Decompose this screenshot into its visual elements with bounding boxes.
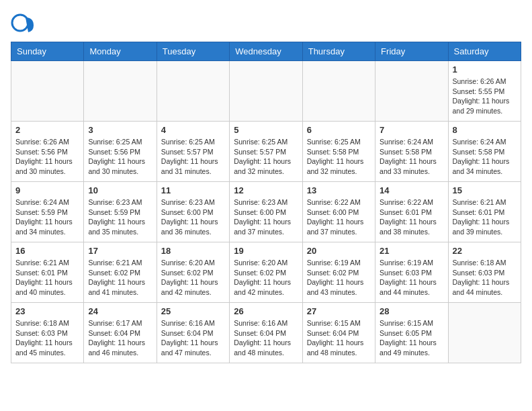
- calendar-cell: 18Sunrise: 6:20 AM Sunset: 6:02 PM Dayli…: [157, 242, 229, 303]
- day-info: Sunrise: 6:25 AM Sunset: 5:58 PM Dayligh…: [307, 137, 371, 177]
- day-info: Sunrise: 6:26 AM Sunset: 5:56 PM Dayligh…: [15, 137, 79, 177]
- calendar-cell: 23Sunrise: 6:18 AM Sunset: 6:03 PM Dayli…: [11, 303, 84, 363]
- calendar-cell: 2Sunrise: 6:26 AM Sunset: 5:56 PM Daylig…: [11, 122, 84, 182]
- calendar-week-row: 16Sunrise: 6:21 AM Sunset: 6:01 PM Dayli…: [11, 242, 521, 303]
- calendar-cell: [230, 61, 302, 122]
- day-number: 20: [307, 246, 371, 256]
- day-info: Sunrise: 6:23 AM Sunset: 6:00 PM Dayligh…: [234, 197, 298, 237]
- calendar-cell: 4Sunrise: 6:25 AM Sunset: 5:57 PM Daylig…: [157, 122, 229, 182]
- day-info: Sunrise: 6:16 AM Sunset: 6:04 PM Dayligh…: [161, 318, 225, 358]
- day-info: Sunrise: 6:23 AM Sunset: 6:00 PM Dayligh…: [161, 197, 225, 237]
- calendar-cell: 11Sunrise: 6:23 AM Sunset: 6:00 PM Dayli…: [157, 182, 229, 242]
- day-info: Sunrise: 6:18 AM Sunset: 6:03 PM Dayligh…: [15, 318, 79, 358]
- day-info: Sunrise: 6:25 AM Sunset: 5:57 PM Dayligh…: [234, 137, 298, 177]
- calendar-cell: 9Sunrise: 6:24 AM Sunset: 5:59 PM Daylig…: [11, 182, 84, 242]
- day-number: 19: [234, 246, 298, 256]
- day-number: 11: [161, 185, 225, 195]
- day-info: Sunrise: 6:15 AM Sunset: 6:04 PM Dayligh…: [307, 318, 371, 358]
- day-number: 3: [88, 125, 152, 135]
- calendar-week-row: 9Sunrise: 6:24 AM Sunset: 5:59 PM Daylig…: [11, 182, 521, 242]
- day-number: 25: [161, 306, 225, 316]
- calendar-cell: [375, 61, 448, 122]
- calendar-cell: 22Sunrise: 6:18 AM Sunset: 6:03 PM Dayli…: [448, 242, 521, 303]
- day-info: Sunrise: 6:23 AM Sunset: 5:59 PM Dayligh…: [88, 197, 152, 237]
- day-info: Sunrise: 6:21 AM Sunset: 6:01 PM Dayligh…: [453, 197, 517, 237]
- day-number: 24: [88, 306, 152, 316]
- calendar-cell: 12Sunrise: 6:23 AM Sunset: 6:00 PM Dayli…: [230, 182, 302, 242]
- day-number: 6: [307, 125, 371, 135]
- day-info: Sunrise: 6:20 AM Sunset: 6:02 PM Dayligh…: [234, 258, 298, 298]
- day-number: 21: [380, 246, 443, 256]
- day-info: Sunrise: 6:19 AM Sunset: 6:03 PM Dayligh…: [380, 258, 443, 298]
- calendar-cell: 27Sunrise: 6:15 AM Sunset: 6:04 PM Dayli…: [302, 303, 375, 363]
- weekday-header-saturday: Saturday: [448, 42, 521, 61]
- calendar-cell: 10Sunrise: 6:23 AM Sunset: 5:59 PM Dayli…: [84, 182, 157, 242]
- calendar-cell: 24Sunrise: 6:17 AM Sunset: 6:04 PM Dayli…: [84, 303, 157, 363]
- calendar-cell: [157, 61, 229, 122]
- day-number: 14: [380, 185, 443, 195]
- day-info: Sunrise: 6:26 AM Sunset: 5:55 PM Dayligh…: [453, 77, 517, 116]
- day-info: Sunrise: 6:21 AM Sunset: 6:02 PM Dayligh…: [88, 258, 152, 298]
- day-number: 15: [453, 185, 517, 195]
- day-info: Sunrise: 6:25 AM Sunset: 5:56 PM Dayligh…: [88, 137, 152, 177]
- calendar-cell: [448, 303, 521, 363]
- calendar-cell: 1Sunrise: 6:26 AM Sunset: 5:55 PM Daylig…: [448, 61, 521, 122]
- calendar-cell: 26Sunrise: 6:16 AM Sunset: 6:04 PM Dayli…: [230, 303, 302, 363]
- day-info: Sunrise: 6:24 AM Sunset: 5:59 PM Dayligh…: [15, 197, 79, 237]
- calendar-cell: 16Sunrise: 6:21 AM Sunset: 6:01 PM Dayli…: [11, 242, 84, 303]
- weekday-header-sunday: Sunday: [11, 42, 84, 61]
- day-info: Sunrise: 6:18 AM Sunset: 6:03 PM Dayligh…: [453, 258, 517, 298]
- calendar-week-row: 23Sunrise: 6:18 AM Sunset: 6:03 PM Dayli…: [11, 303, 521, 363]
- calendar-week-row: 1Sunrise: 6:26 AM Sunset: 5:55 PM Daylig…: [11, 61, 521, 122]
- day-number: 22: [453, 246, 517, 256]
- calendar-cell: 8Sunrise: 6:24 AM Sunset: 5:58 PM Daylig…: [448, 122, 521, 182]
- day-number: 7: [380, 125, 443, 135]
- svg-point-0: [12, 15, 28, 31]
- day-number: 4: [161, 125, 225, 135]
- calendar-cell: 7Sunrise: 6:24 AM Sunset: 5:58 PM Daylig…: [375, 122, 448, 182]
- weekday-header-tuesday: Tuesday: [157, 42, 229, 61]
- calendar-cell: 14Sunrise: 6:22 AM Sunset: 6:01 PM Dayli…: [375, 182, 448, 242]
- day-info: Sunrise: 6:15 AM Sunset: 6:05 PM Dayligh…: [380, 318, 443, 358]
- day-number: 26: [234, 306, 298, 316]
- day-number: 17: [88, 246, 152, 256]
- day-number: 10: [88, 185, 152, 195]
- calendar-cell: 21Sunrise: 6:19 AM Sunset: 6:03 PM Dayli…: [375, 242, 448, 303]
- weekday-header-monday: Monday: [84, 42, 157, 61]
- weekday-header-friday: Friday: [375, 42, 448, 61]
- calendar-header-row: SundayMondayTuesdayWednesdayThursdayFrid…: [11, 42, 521, 61]
- calendar-table: SundayMondayTuesdayWednesdayThursdayFrid…: [11, 42, 521, 363]
- day-info: Sunrise: 6:20 AM Sunset: 6:02 PM Dayligh…: [161, 258, 225, 298]
- day-info: Sunrise: 6:25 AM Sunset: 5:57 PM Dayligh…: [161, 137, 225, 177]
- day-info: Sunrise: 6:24 AM Sunset: 5:58 PM Dayligh…: [380, 137, 443, 177]
- day-info: Sunrise: 6:17 AM Sunset: 6:04 PM Dayligh…: [88, 318, 152, 358]
- calendar-cell: 28Sunrise: 6:15 AM Sunset: 6:05 PM Dayli…: [375, 303, 448, 363]
- calendar-cell: 19Sunrise: 6:20 AM Sunset: 6:02 PM Dayli…: [230, 242, 302, 303]
- day-number: 23: [15, 306, 79, 316]
- page-header: [11, 11, 521, 35]
- day-number: 8: [453, 125, 517, 135]
- calendar-cell: 25Sunrise: 6:16 AM Sunset: 6:04 PM Dayli…: [157, 303, 229, 363]
- calendar-cell: 3Sunrise: 6:25 AM Sunset: 5:56 PM Daylig…: [84, 122, 157, 182]
- calendar-cell: 5Sunrise: 6:25 AM Sunset: 5:57 PM Daylig…: [230, 122, 302, 182]
- day-number: 9: [15, 185, 79, 195]
- calendar-cell: 17Sunrise: 6:21 AM Sunset: 6:02 PM Dayli…: [84, 242, 157, 303]
- calendar-cell: 13Sunrise: 6:22 AM Sunset: 6:00 PM Dayli…: [302, 182, 375, 242]
- calendar-cell: 6Sunrise: 6:25 AM Sunset: 5:58 PM Daylig…: [302, 122, 375, 182]
- day-info: Sunrise: 6:19 AM Sunset: 6:02 PM Dayligh…: [307, 258, 371, 298]
- day-number: 18: [161, 246, 225, 256]
- day-number: 5: [234, 125, 298, 135]
- day-number: 13: [307, 185, 371, 195]
- day-info: Sunrise: 6:24 AM Sunset: 5:58 PM Dayligh…: [453, 137, 517, 177]
- day-number: 27: [307, 306, 371, 316]
- logo-icon: [11, 11, 35, 35]
- calendar-week-row: 2Sunrise: 6:26 AM Sunset: 5:56 PM Daylig…: [11, 122, 521, 182]
- day-number: 28: [380, 306, 443, 316]
- calendar-cell: [11, 61, 84, 122]
- day-info: Sunrise: 6:22 AM Sunset: 6:00 PM Dayligh…: [307, 197, 371, 237]
- calendar-cell: [302, 61, 375, 122]
- calendar-cell: 20Sunrise: 6:19 AM Sunset: 6:02 PM Dayli…: [302, 242, 375, 303]
- day-number: 2: [15, 125, 79, 135]
- calendar-cell: [84, 61, 157, 122]
- weekday-header-thursday: Thursday: [302, 42, 375, 61]
